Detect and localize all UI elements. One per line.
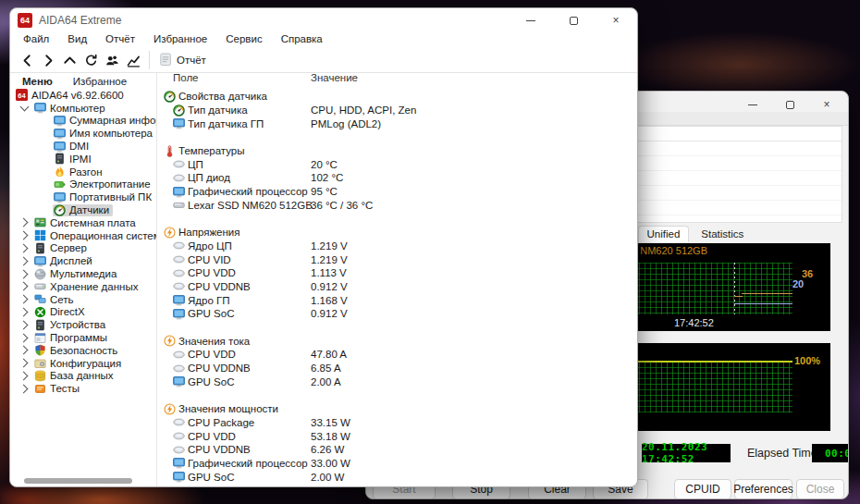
sidebar-horizontal-scrollbar[interactable] [24, 478, 132, 484]
report-button[interactable]: Отчёт [154, 51, 212, 70]
chevron-right-icon[interactable] [19, 333, 29, 342]
sensor-value: 20 °C [311, 159, 338, 170]
sensor-group-header[interactable]: Значения мощности [156, 402, 638, 416]
sidebar-item-tests[interactable]: Тесты [10, 382, 156, 395]
sensor-row[interactable]: CPU VDD1.113 V [156, 266, 638, 280]
refresh-button[interactable] [81, 51, 101, 70]
preferences-button[interactable]: Preferences [734, 479, 792, 499]
sidebar-item-power-supply[interactable]: Электропитание [10, 178, 156, 191]
chevron-right-icon[interactable] [19, 282, 29, 291]
maximize-button[interactable] [552, 8, 595, 32]
sensor-value: 2.00 A [311, 376, 341, 387]
sidebar-item-sensors[interactable]: Датчики [10, 203, 156, 216]
menu-item[interactable]: Справка [272, 32, 332, 48]
portable-icon [54, 191, 66, 203]
menu-item[interactable]: Вид [58, 32, 96, 48]
sidebar-item-multimedia[interactable]: Мультимедиа [10, 267, 156, 280]
menu-item[interactable]: Сервис [216, 32, 271, 48]
sensor-row[interactable]: Lexar SSD NM620 512GB36 °C / 36 °C [156, 199, 638, 213]
sidebar-item-motherboard[interactable]: Системная плата [10, 216, 156, 229]
sensor-row[interactable]: CPU VID1.219 V [156, 252, 638, 266]
sensor-row[interactable]: Тип датчикаCPU, HDD, ACPI, Zen [156, 104, 638, 117]
sensor-group-header[interactable]: Свойства датчика [156, 90, 638, 104]
sidebar-item-programs[interactable]: Программы [10, 331, 156, 344]
column-header-value[interactable]: Значение [311, 72, 358, 83]
users-button[interactable] [103, 51, 122, 70]
aida64-main-window: 64 AIDA64 Extreme × ФайлВидОтчётИзбранно… [9, 7, 638, 487]
sensor-row[interactable]: CPU Package33.15 W [156, 416, 638, 430]
sensor-row[interactable]: CPU VDDNB6.26 W [156, 443, 638, 457]
sensor-row[interactable]: Тип датчика ГПPMLog (ADL2) [156, 117, 638, 130]
sidebar-item-directx[interactable]: DirectX [10, 306, 156, 319]
sensor-row[interactable]: ЦП20 °C [156, 157, 638, 171]
chevron-right-icon[interactable] [19, 371, 29, 380]
sensor-row[interactable]: GPU SoC0.912 V [156, 307, 638, 321]
chevron-right-icon[interactable] [19, 218, 29, 227]
sensor-row[interactable]: CPU VDD53.18 W [156, 429, 638, 443]
chevron-right-icon[interactable] [19, 346, 29, 355]
cpuid-button[interactable]: CPUID [674, 479, 731, 499]
sidebar-item-portable[interactable]: Портативный ПК [10, 191, 156, 203]
chart-button[interactable] [124, 51, 143, 70]
stability-tab-statistics[interactable]: Statistics [693, 227, 752, 242]
sensor-group-header[interactable]: Значения тока [156, 334, 638, 348]
sidebar-item-ipmi[interactable]: IPMI [10, 153, 156, 166]
sidebar-item-dmi[interactable]: DMI [10, 140, 156, 153]
sensor-row[interactable]: GPU SoC2.00 W [156, 470, 638, 484]
chevron-right-icon[interactable] [19, 244, 29, 253]
chevron-down-icon[interactable] [20, 102, 30, 111]
minimize-icon [748, 104, 757, 105]
sensor-group-header[interactable]: Напряжения [156, 226, 638, 240]
chevron-right-icon[interactable] [19, 384, 29, 393]
sidebar-item-computer[interactable]: Компьютер [10, 102, 156, 115]
back-button[interactable] [18, 51, 37, 70]
sidebar-item-network[interactable]: Сеть [10, 293, 156, 306]
sensor-row[interactable]: Графический процессор95 °C [156, 185, 638, 199]
sensors-icon [54, 204, 66, 216]
sensor-row[interactable]: Графический процессор33.00 W [156, 457, 638, 471]
sidebar-item-storage[interactable]: Хранение данных [10, 280, 156, 293]
stability-tab-unified[interactable]: Unified [638, 226, 690, 242]
sensor-row[interactable]: Ядро ЦП1.219 V [156, 240, 638, 253]
chevron-right-icon[interactable] [19, 307, 29, 316]
sidebar-item-security[interactable]: Безопасность [10, 344, 156, 357]
column-header-field[interactable]: Поле [173, 72, 199, 83]
sidebar-item-server[interactable]: Сервер [10, 242, 156, 255]
chevron-right-icon[interactable] [19, 269, 29, 278]
chevron-right-icon[interactable] [19, 359, 29, 368]
sidebar-item-devices[interactable]: Устройства [10, 318, 156, 331]
sensor-row[interactable]: Ядро ГП1.168 V [156, 293, 638, 307]
up-button[interactable] [60, 51, 80, 70]
chevron-right-icon[interactable] [19, 320, 29, 329]
menu-item[interactable]: Файл [14, 32, 58, 48]
maximize-icon [786, 101, 794, 109]
sensor-group-header[interactable]: Температуры [156, 144, 638, 158]
sidebar-item-display[interactable]: Дисплей [10, 254, 156, 267]
security-icon [34, 344, 46, 356]
close-button[interactable]: × [595, 8, 637, 32]
sensor-row[interactable]: ЦП диод102 °C [156, 171, 638, 185]
minimize-button[interactable] [510, 8, 552, 32]
forward-button[interactable] [39, 51, 58, 70]
sidebar-item-os[interactable]: Операционная система [10, 229, 156, 242]
sidebar-item-config[interactable]: Конфигурация [10, 357, 156, 370]
sensor-row[interactable]: CPU VDDNB0.912 V [156, 280, 638, 294]
sidebar-item-aida64[interactable]: 64AIDA64 v6.92.6600 [10, 89, 156, 102]
sidebar-item-computer-name[interactable]: Имя компьютера [10, 127, 156, 140]
sensor-row[interactable]: CPU VDDNB6.85 A [156, 362, 638, 375]
tree-item-body: Системная плата [33, 216, 140, 228]
menu-item[interactable]: Отчёт [96, 32, 144, 48]
sidebar-item-overclock[interactable]: Разгон [10, 166, 156, 178]
menu-item[interactable]: Избранное [144, 32, 216, 48]
sensor-row[interactable]: GPU SoC2.00 A [156, 375, 638, 388]
sidebar-item-database[interactable]: База данных [10, 370, 156, 383]
close-button[interactable]: Close [796, 479, 844, 499]
sidebar-item-summary[interactable]: Суммарная информация [10, 115, 156, 128]
tree-item-body: DMI [53, 141, 92, 153]
sensor-row[interactable]: CPU VDD47.80 A [156, 348, 638, 362]
ipmi-icon [54, 153, 66, 165]
cpu-temp-line [734, 303, 792, 304]
chevron-right-icon[interactable] [19, 231, 29, 240]
chevron-right-icon[interactable] [19, 295, 29, 304]
chevron-right-icon[interactable] [19, 256, 29, 265]
